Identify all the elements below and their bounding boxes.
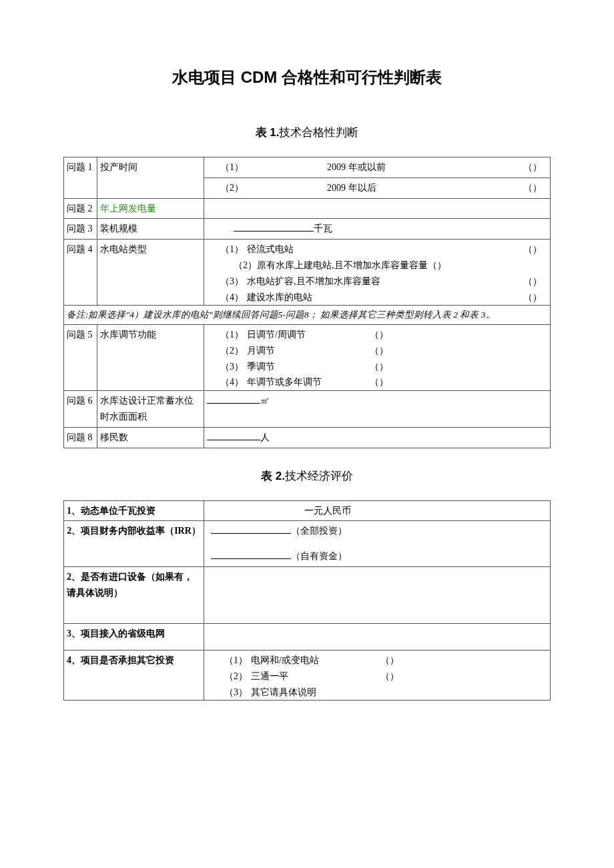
q2-label: 年上网发电量 (97, 198, 204, 219)
opt-num: （1） (220, 159, 247, 175)
opt-text: 三通一平 (251, 669, 378, 685)
opt-text: 年调节或多年调节 (247, 374, 367, 390)
opt-num: （2） (220, 343, 247, 359)
opt-num: （1） (220, 327, 247, 343)
q1-options: （1） 2009 年或以前 （） (204, 157, 551, 178)
opt-text: 季调节 (247, 359, 367, 375)
opt-num: （2） (224, 669, 251, 685)
opt-text: 其它请具体说明 (251, 685, 404, 701)
q6-value: ㎡ (204, 391, 551, 428)
opt-text: 2009 年或以前 (247, 159, 521, 175)
opt-num: （3） (220, 359, 247, 375)
opt-paren: （） (378, 653, 404, 669)
q6-unit: ㎡ (260, 396, 270, 406)
opt-paren: （） (428, 260, 446, 270)
t2-r1-value: 一元人民币 (204, 500, 551, 521)
t2-r3-value (204, 566, 551, 623)
t2-r1-label: 1、动态单位千瓦投资 (64, 500, 204, 521)
caption-prefix: 表 2. (261, 470, 285, 482)
opt-num: （4） (220, 290, 247, 306)
t2-r4-label: 3、项目接入的省级电网 (64, 623, 204, 650)
t2-r5-options: （1） 电网和/或变电站 （） （2） 三通一平 （） （3） 其它请具体说明 (204, 650, 551, 700)
q4-label: 水电站类型 (97, 240, 204, 306)
caption-text: 技术合格性判断 (279, 126, 358, 139)
table-row: 问题 8 移民数 人 (64, 427, 551, 448)
q8-value: 人 (204, 427, 551, 448)
q3-id: 问题 3 (64, 219, 97, 240)
opt-text: 水电站扩容,且不增加水库容量容 (247, 274, 521, 290)
opt-text: 日调节/周调节 (247, 327, 367, 343)
note-text: 备注:如果选择"4）建设水库的电站"则继续回答问题5-问题8； 如果选择其它三种… (64, 306, 551, 325)
q1-label: 投产时间 (97, 157, 204, 199)
t2-r2-v2: （自有资金） (291, 551, 347, 561)
q6-id: 问题 6 (64, 391, 97, 428)
doc-title: 水电项目 CDM 合格性和可行性判断表 (63, 67, 551, 88)
q8-label: 移民数 (97, 427, 204, 448)
q6-label: 水库达设计正常蓄水位时水面面积 (97, 391, 204, 428)
t2-r3-label: 2、是否有进口设备（如果有，请具体说明） (64, 566, 204, 623)
blank-field[interactable] (207, 394, 260, 404)
q2-id: 问题 2 (64, 198, 97, 219)
opt-paren: （） (378, 669, 404, 685)
opt-num: （4） (220, 374, 247, 390)
opt-num: （1） (220, 242, 247, 258)
table-row: 问题 2 年上网发电量 (64, 198, 551, 219)
q5-options: （1） 日调节/周调节 （） （2） 月调节 （） （3） 季调节 （） (204, 324, 551, 390)
opt-paren: （） (521, 274, 547, 290)
table1: 问题 1 投产时间 （1） 2009 年或以前 （） （2） 2009 年以后 … (63, 157, 551, 448)
q3-label: 装机规模 (97, 219, 204, 240)
table1-caption: 表 1.技术合格性判断 (63, 125, 551, 140)
t2-r2-value: （全部投资） （自有资金） (204, 521, 551, 567)
q5-label: 水库调节功能 (97, 324, 204, 390)
t2-r4-value (204, 623, 551, 650)
blank-field[interactable] (234, 222, 314, 232)
q1-options-2: （2） 2009 年以后 （） (204, 177, 551, 198)
note-row: 备注:如果选择"4）建设水库的电站"则继续回答问题5-问题8； 如果选择其它三种… (64, 306, 551, 325)
opt-num: （3） (220, 274, 247, 290)
q8-unit: 人 (260, 432, 270, 442)
table-row: 2、是否有进口设备（如果有，请具体说明） (64, 566, 551, 623)
table-row: 2、项目财务内部收益率（IRR） （全部投资） （自有资金） (64, 521, 551, 567)
blank-field[interactable] (211, 524, 291, 534)
opt-paren: （） (367, 343, 394, 359)
blank-field[interactable] (211, 549, 291, 559)
opt-paren: （） (521, 242, 547, 258)
q3-unit: 千瓦 (314, 224, 332, 234)
opt-num: （3） (224, 685, 251, 701)
q4-id: 问题 4 (64, 240, 97, 306)
opt-paren: （） (521, 290, 547, 306)
opt-paren: （） (367, 359, 394, 375)
opt-paren: （） (367, 327, 394, 343)
opt-text: 电网和/或变电站 (251, 653, 378, 669)
opt-text: 建设水库的电站 (247, 290, 521, 306)
q4-options: （1） 径流式电站 （） （2）原有水库上建电站,且不增加水库容量容量（） （3… (204, 240, 551, 306)
t2-r1-unit: 一元人民币 (304, 506, 351, 516)
blank-field[interactable] (207, 430, 260, 440)
t2-r2-label: 2、项目财务内部收益率（IRR） (64, 521, 204, 567)
q2-value (204, 198, 551, 219)
table-row: 1、动态单位千瓦投资 一元人民币 (64, 500, 551, 521)
q3-value: 千瓦 (204, 219, 551, 240)
table2-caption: 表 2.技术经济评价 (63, 468, 551, 484)
table-row: 问题 3 装机规模 千瓦 (64, 219, 551, 240)
opt-text: 原有水库上建电站,且不增加水库容量容量 (257, 260, 428, 270)
table-row: 问题 4 水电站类型 （1） 径流式电站 （） （2）原有水库上建电站,且不增加… (64, 240, 551, 306)
table-row: 4、项目是否承担其它投资 （1） 电网和/或变电站 （） （2） 三通一平 （） (64, 650, 551, 700)
opt-num: （2） (220, 180, 247, 196)
table-row: 问题 6 水库达设计正常蓄水位时水面面积 ㎡ (64, 391, 551, 428)
opt-num: （2） (220, 260, 257, 270)
opt-text: 月调节 (247, 343, 367, 359)
q1-id: 问题 1 (64, 157, 97, 199)
opt-paren: （） (521, 159, 547, 175)
t2-r2-v1: （全部投资） (291, 526, 347, 536)
opt-paren: （） (367, 374, 394, 390)
opt-paren: （） (467, 180, 547, 196)
opt-text: 2009 年以后 (247, 180, 467, 196)
table-row: 3、项目接入的省级电网 (64, 623, 551, 650)
table2: 1、动态单位千瓦投资 一元人民币 2、项目财务内部收益率（IRR） （全部投资）… (63, 500, 551, 701)
table-row: 问题 5 水库调节功能 （1） 日调节/周调节 （） （2） 月调节 （） (64, 324, 551, 390)
caption-text: 技术经济评价 (285, 470, 353, 482)
table-row: 问题 1 投产时间 （1） 2009 年或以前 （） (64, 157, 551, 178)
caption-prefix: 表 1. (256, 126, 280, 139)
opt-num: （1） (224, 653, 251, 669)
